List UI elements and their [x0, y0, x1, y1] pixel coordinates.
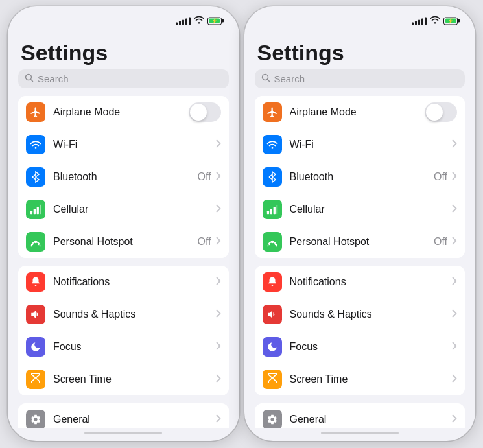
search-icon: [25, 73, 34, 84]
settings-group-0: Airplane ModeWi-FiBluetoothOffCellularPe…: [18, 96, 229, 258]
settings-item[interactable]: Focus: [18, 331, 229, 363]
search-bar[interactable]: Search: [18, 69, 229, 88]
toggle-switch[interactable]: [425, 102, 457, 122]
settings-item[interactable]: Notifications: [255, 266, 465, 298]
settings-item[interactable]: Personal HotspotOff: [255, 226, 465, 258]
settings-item[interactable]: Screen Time: [255, 363, 465, 395]
settings-item[interactable]: Focus: [255, 331, 465, 363]
settings-item[interactable]: Wi-Fi: [255, 128, 465, 161]
wifi-icon: [430, 16, 440, 26]
item-label: Focus: [53, 341, 216, 353]
icon-sounds-icon: [26, 305, 45, 324]
item-label: Airplane Mode: [53, 106, 189, 118]
settings-group-0: Airplane ModeWi-FiBluetoothOffCellularPe…: [255, 96, 465, 258]
status-bar-icons: ⚡: [412, 16, 460, 26]
chevron-right-icon: [452, 374, 457, 384]
item-right: Off: [434, 236, 457, 248]
chevron-right-icon: [452, 237, 457, 247]
svg-rect-6: [40, 205, 41, 215]
item-label: Wi-Fi: [290, 139, 453, 150]
battery-icon: ⚡: [443, 17, 460, 25]
chevron-right-icon: [216, 414, 221, 425]
item-label: Screen Time: [290, 373, 453, 385]
chevron-right-icon: [452, 309, 457, 320]
settings-item[interactable]: Airplane Mode: [18, 96, 229, 128]
item-right: [452, 414, 457, 425]
item-label: Sounds & Haptics: [53, 309, 216, 320]
settings-item[interactable]: Airplane Mode: [255, 96, 465, 128]
toggle-switch[interactable]: [189, 102, 221, 122]
chevron-right-icon: [216, 309, 221, 320]
home-indicator: [244, 428, 476, 441]
icon-sounds-icon: [263, 305, 282, 324]
item-label: Focus: [290, 341, 453, 353]
item-right: [216, 414, 221, 425]
item-label: Airplane Mode: [290, 106, 425, 118]
settings-item[interactable]: BluetoothOff: [18, 161, 229, 193]
icon-cell-icon: [26, 200, 45, 219]
item-right: [452, 309, 457, 320]
item-label: Notifications: [290, 276, 453, 288]
chevron-right-icon: [452, 204, 457, 215]
phone-phone2: ⚡ SettingsSearchAirplane ModeWi-FiBlueto…: [244, 6, 476, 441]
item-right: [452, 204, 457, 215]
item-right: [425, 102, 457, 122]
item-right: [452, 277, 457, 287]
item-label: Screen Time: [53, 373, 216, 385]
settings-item[interactable]: Cellular: [255, 193, 465, 226]
item-right: [189, 102, 221, 122]
item-right: Off: [197, 236, 220, 248]
chevron-right-icon: [452, 172, 457, 182]
item-value: Off: [434, 236, 447, 248]
wifi-icon: [194, 16, 204, 26]
settings-group-2: General: [18, 403, 229, 428]
icon-focus-icon: [26, 337, 45, 357]
icon-focus-icon: [263, 337, 282, 357]
svg-rect-5: [37, 207, 39, 214]
screen-content: SettingsSearchAirplane ModeWi-FiBluetoot…: [244, 35, 476, 428]
item-right: Off: [197, 171, 220, 183]
svg-rect-4: [34, 209, 36, 214]
svg-rect-14: [276, 205, 277, 215]
icon-cell-icon: [263, 200, 282, 219]
item-right: [216, 309, 221, 320]
search-bar[interactable]: Search: [255, 69, 465, 88]
svg-rect-13: [273, 207, 275, 214]
settings-item[interactable]: Screen Time: [18, 363, 229, 395]
signal-bars-icon: [412, 17, 427, 25]
settings-item[interactable]: General: [18, 403, 229, 428]
settings-item[interactable]: Sounds & Haptics: [255, 298, 465, 331]
item-right: [452, 342, 457, 352]
item-label: Cellular: [290, 204, 453, 215]
settings-item[interactable]: BluetoothOff: [255, 161, 465, 193]
phones-container: ⚡ SettingsSearchAirplane ModeWi-FiBlueto…: [0, 0, 483, 448]
chevron-right-icon: [216, 139, 221, 150]
icon-notif-icon: [26, 272, 45, 292]
home-indicator: [8, 428, 239, 441]
item-right: [216, 139, 221, 150]
item-label: Sounds & Haptics: [290, 309, 453, 320]
item-right: [216, 204, 221, 215]
icon-notif-icon: [263, 272, 282, 292]
chevron-right-icon: [216, 277, 221, 287]
status-bar: ⚡: [8, 6, 239, 35]
settings-item[interactable]: Notifications: [18, 266, 229, 298]
settings-item[interactable]: Wi-Fi: [18, 128, 229, 161]
settings-group-1: NotificationsSounds & HapticsFocusScreen…: [255, 266, 465, 395]
search-placeholder: Search: [38, 73, 69, 84]
icon-airplane-icon: [26, 102, 45, 122]
chevron-right-icon: [216, 204, 221, 215]
settings-item[interactable]: General: [255, 403, 465, 428]
item-value: Off: [197, 236, 211, 248]
page-title: Settings: [244, 35, 476, 69]
icon-wifi-icon: [263, 135, 282, 154]
item-label: General: [290, 414, 453, 425]
chevron-right-icon: [216, 342, 221, 352]
settings-item[interactable]: Sounds & Haptics: [18, 298, 229, 331]
battery-icon: ⚡: [207, 17, 224, 25]
settings-item[interactable]: Cellular: [18, 193, 229, 226]
item-label: General: [53, 414, 216, 425]
icon-hotspot-icon: [26, 232, 45, 252]
item-right: [216, 374, 221, 384]
settings-item[interactable]: Personal HotspotOff: [18, 226, 229, 258]
